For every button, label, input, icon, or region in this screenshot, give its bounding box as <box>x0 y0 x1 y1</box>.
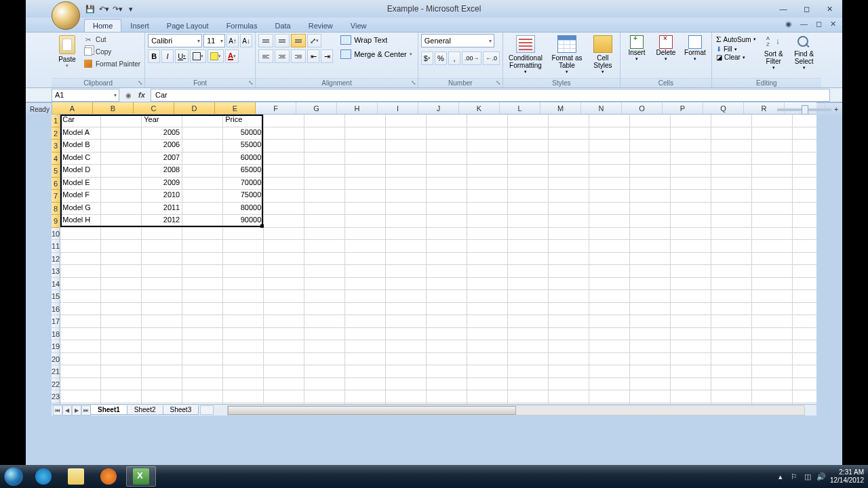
cell-M15[interactable] <box>549 290 589 303</box>
cell-S10[interactable] <box>793 228 816 241</box>
cell-M23[interactable] <box>549 390 589 403</box>
cell-F16[interactable] <box>264 303 304 316</box>
undo-icon[interactable]: ↶▾ <box>98 3 110 15</box>
cell-K19[interactable] <box>467 340 508 353</box>
cell-L5[interactable] <box>508 165 549 178</box>
cell-L15[interactable] <box>508 290 549 303</box>
row-header-9[interactable]: 9 <box>52 215 60 228</box>
row-header-15[interactable]: 15 <box>52 290 60 303</box>
cell-K21[interactable] <box>467 365 508 378</box>
cell-I18[interactable] <box>386 328 427 341</box>
cell-D6[interactable] <box>182 178 223 190</box>
cell-A10[interactable] <box>60 228 101 241</box>
cell-O18[interactable] <box>630 328 671 341</box>
cell-N5[interactable] <box>589 165 630 178</box>
cell-F1[interactable] <box>264 115 304 127</box>
cell-C9[interactable]: 2012 <box>142 215 182 228</box>
cell-F21[interactable] <box>264 365 304 378</box>
cell-O23[interactable] <box>630 390 671 403</box>
cell-R18[interactable] <box>752 328 793 341</box>
cell-C11[interactable] <box>142 240 182 253</box>
cell-B9[interactable] <box>101 215 142 228</box>
cell-O7[interactable] <box>630 190 671 203</box>
cell-A13[interactable] <box>60 265 101 278</box>
cell-J8[interactable] <box>427 203 467 216</box>
cell-J4[interactable] <box>427 152 467 165</box>
cell-N6[interactable] <box>589 178 630 190</box>
tab-home[interactable]: Home <box>84 19 121 32</box>
sheet-tab-3[interactable]: Sheet3 <box>163 405 199 415</box>
cell-D15[interactable] <box>182 290 223 303</box>
taskbar-excel[interactable] <box>126 466 156 487</box>
cell-P7[interactable] <box>671 190 711 203</box>
cell-B20[interactable] <box>101 353 142 366</box>
cell-F6[interactable] <box>264 178 304 190</box>
cell-G13[interactable] <box>304 265 345 278</box>
cell-O10[interactable] <box>630 228 671 241</box>
sheet-tab-1[interactable]: Sheet1 <box>90 405 127 415</box>
cell-J16[interactable] <box>427 303 467 316</box>
cell-Q5[interactable] <box>711 165 752 178</box>
cell-G15[interactable] <box>304 290 345 303</box>
cell-S4[interactable] <box>793 152 816 165</box>
cell-I11[interactable] <box>386 240 427 253</box>
clipboard-launcher-icon[interactable]: ⤡ <box>138 79 143 86</box>
cell-M12[interactable] <box>549 253 589 266</box>
cell-J9[interactable] <box>427 215 467 228</box>
cell-J21[interactable] <box>427 365 467 378</box>
copy-button[interactable]: Copy <box>82 46 142 57</box>
number-format-select[interactable]: General <box>421 34 494 47</box>
align-middle-button[interactable] <box>275 34 290 47</box>
column-header-G[interactable]: G <box>296 102 337 114</box>
cell-O12[interactable] <box>630 253 671 266</box>
merge-center-button[interactable]: Merge & Center▾ <box>338 48 415 60</box>
cell-B2[interactable] <box>101 127 142 140</box>
cell-O16[interactable] <box>630 303 671 316</box>
row-header-7[interactable]: 7 <box>52 190 60 203</box>
redo-icon[interactable]: ↷▾ <box>111 3 123 15</box>
cell-G14[interactable] <box>304 278 345 291</box>
cell-K14[interactable] <box>467 278 508 291</box>
increase-decimal-button[interactable]: .00→ <box>462 52 482 65</box>
cell-D20[interactable] <box>182 353 223 366</box>
cell-N7[interactable] <box>589 190 630 203</box>
cell-F17[interactable] <box>264 315 304 328</box>
cell-I23[interactable] <box>386 390 427 403</box>
cancel-formula-icon[interactable]: ◉ <box>122 89 134 101</box>
cell-A3[interactable]: Model B <box>60 140 101 152</box>
cell-D5[interactable] <box>182 165 223 178</box>
cell-L4[interactable] <box>508 152 549 165</box>
cell-A21[interactable] <box>60 365 101 378</box>
cell-A11[interactable] <box>60 240 101 253</box>
shrink-font-button[interactable]: A↓ <box>240 34 252 47</box>
underline-button[interactable]: U <box>175 49 189 63</box>
cell-H14[interactable] <box>345 278 386 291</box>
cell-R4[interactable] <box>752 152 793 165</box>
cell-H13[interactable] <box>345 265 386 278</box>
tray-show-hidden-icon[interactable]: ▴ <box>776 472 785 481</box>
cell-L18[interactable] <box>508 328 549 341</box>
sort-filter-button[interactable]: Sort & Filter▾ <box>760 34 788 72</box>
column-header-C[interactable]: C <box>134 102 174 114</box>
cell-L23[interactable] <box>508 390 549 403</box>
cell-G20[interactable] <box>304 353 345 366</box>
cell-S12[interactable] <box>793 253 816 266</box>
cell-B19[interactable] <box>101 340 142 353</box>
cell-N4[interactable] <box>589 152 630 165</box>
cell-E20[interactable] <box>223 353 264 366</box>
align-top-button[interactable] <box>258 34 273 47</box>
cell-Q3[interactable] <box>711 140 752 152</box>
cell-G17[interactable] <box>304 315 345 328</box>
cell-I20[interactable] <box>386 353 427 366</box>
cell-N19[interactable] <box>589 340 630 353</box>
row-header-12[interactable]: 12 <box>52 253 60 266</box>
cell-C1[interactable]: Year <box>142 115 182 127</box>
column-header-M[interactable]: M <box>540 102 581 114</box>
cell-A23[interactable] <box>60 390 101 403</box>
maximize-button[interactable]: ◻ <box>797 3 815 14</box>
cell-S15[interactable] <box>793 290 816 303</box>
cell-G10[interactable] <box>304 228 345 241</box>
cell-B11[interactable] <box>101 240 142 253</box>
cell-I8[interactable] <box>386 203 427 216</box>
cell-R6[interactable] <box>752 178 793 190</box>
